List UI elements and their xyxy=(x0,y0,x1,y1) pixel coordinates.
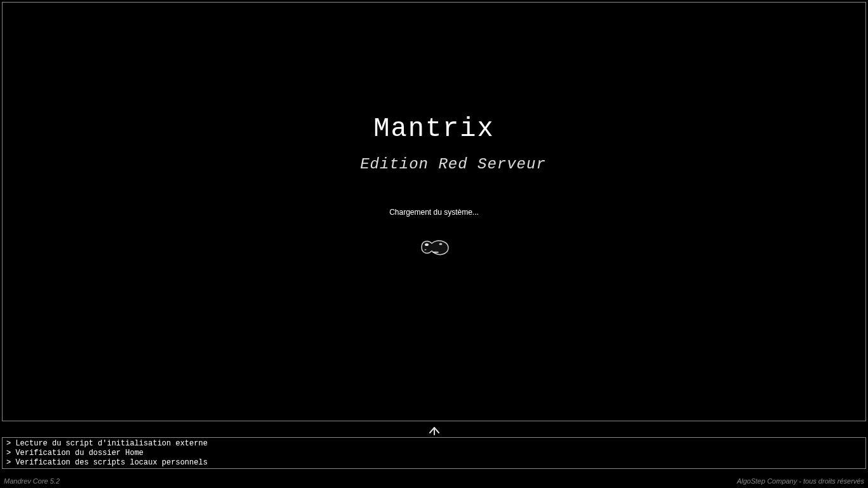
svg-point-2 xyxy=(424,249,426,250)
expand-log-button[interactable] xyxy=(425,424,444,437)
footer-bar: Mandrev Core 5.2 AlgoStep Company - tous… xyxy=(0,474,868,488)
log-line: > Verification des scripts locaux person… xyxy=(6,458,862,468)
app-subtitle: Edition Red Serveur xyxy=(360,156,546,173)
log-line: > Verification du dossier Home xyxy=(6,449,862,458)
app-title: Mantrix xyxy=(322,114,546,144)
title-block: Mantrix Edition Red Serveur Chargement d… xyxy=(322,114,546,259)
footer-version-text: Mandrev Core 5.2 xyxy=(4,477,60,485)
boot-log-panel: > Lecture du script d'initialisation ext… xyxy=(2,437,866,469)
loading-status-text: Chargement du système... xyxy=(322,208,546,217)
main-splash-panel: Mantrix Edition Red Serveur Chargement d… xyxy=(2,2,866,421)
svg-point-1 xyxy=(439,243,442,245)
arrow-up-icon xyxy=(429,426,440,435)
log-line: > Lecture du script d'initialisation ext… xyxy=(6,439,862,449)
footer-copyright-text: AlgoStep Company - tous droits réservés xyxy=(737,477,864,485)
svg-point-3 xyxy=(432,252,439,253)
loading-spinner-icon xyxy=(414,236,455,259)
spinner-container xyxy=(322,236,546,259)
svg-point-0 xyxy=(425,243,429,246)
